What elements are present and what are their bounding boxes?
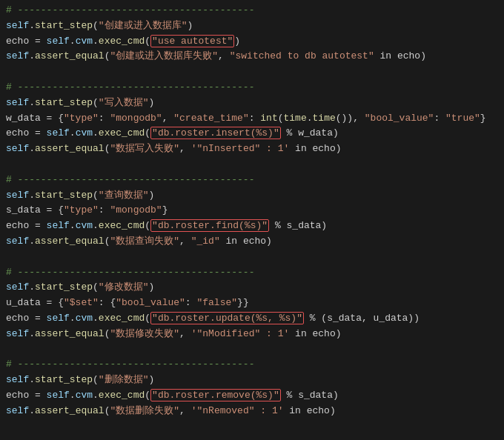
line-comment-3: # --------------------------------------…	[6, 173, 498, 188]
line-empty-2	[6, 157, 498, 173]
line-exec-cmd-1: echo = self.cvm.exec_cmd("use autotest")	[6, 34, 498, 50]
line-comment-5: # --------------------------------------…	[6, 357, 498, 373]
code-editor: # --------------------------------------…	[0, 0, 504, 440]
line-exec-cmd-3: echo = self.cvm.exec_cmd("db.roster.find…	[6, 219, 498, 234]
line-assert-3: self.assert_equal("数据查询失败", "_id" in ech…	[6, 234, 498, 250]
line-start-step-5: self.start_step("删除数据")	[6, 373, 498, 388]
line-s-data: s_data = {"type": "mongodb"}	[6, 203, 498, 219]
line-assert-4: self.assert_equal("数据修改失败", '"nModified"…	[6, 327, 498, 342]
line-exec-cmd-5: echo = self.cvm.exec_cmd("db.roster.remo…	[6, 388, 498, 404]
line-start-step-4: self.start_step("修改数据")	[6, 280, 498, 296]
line-comment-4: # --------------------------------------…	[6, 265, 498, 281]
line-start-step-2: self.start_step("写入数据")	[6, 96, 498, 111]
line-assert-1: self.assert_equal("创建或进入数据库失败", "switche…	[6, 49, 498, 64]
line-w-data: w_data = {"type": "mongodb", "create_tim…	[6, 111, 498, 127]
line-start-step-3: self.start_step("查询数据")	[6, 188, 498, 204]
line-empty-1	[6, 64, 498, 80]
line-assert-2: self.assert_equal("数据写入失败", '"nInserted"…	[6, 141, 498, 157]
line-empty-4	[6, 342, 498, 358]
line-assert-5: self.assert_equal("数据删除失败", '"nRemoved" …	[6, 404, 498, 419]
line-comment-2: # --------------------------------------…	[6, 80, 498, 96]
line-start-step-1: self.start_step("创建或进入数据库")	[6, 19, 498, 34]
line-comment-1: # --------------------------------------…	[6, 3, 498, 19]
line-u-data: u_data = {"$set": {"bool_value": "false"…	[6, 296, 498, 311]
line-exec-cmd-4: echo = self.cvm.exec_cmd("db.roster.upda…	[6, 311, 498, 327]
line-exec-cmd-2: echo = self.cvm.exec_cmd("db.roster.inse…	[6, 126, 498, 141]
line-empty-3	[6, 250, 498, 265]
